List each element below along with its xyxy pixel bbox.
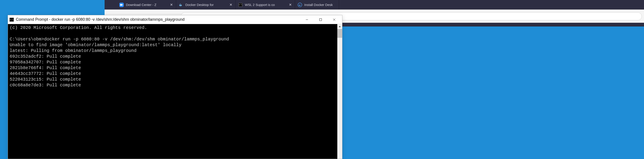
docker-icon: [179, 3, 183, 7]
close-button[interactable]: [328, 16, 341, 24]
close-icon[interactable]: ✕: [169, 3, 173, 7]
tab-label: Install Docker Desk: [304, 3, 336, 7]
cmd-icon: c:\: [238, 3, 243, 7]
browser-tab-strip: Download Center - Z ✕ Docker Desktop for…: [104, 0, 644, 10]
tab-label: Docker Desktop for: [186, 3, 226, 7]
svg-rect-0: [120, 4, 122, 6]
scrollbar[interactable]: [337, 24, 342, 159]
zoom-icon: [119, 3, 124, 7]
browser-tab-install-docker[interactable]: Install Docker Desk: [295, 0, 339, 10]
scroll-thumb[interactable]: [337, 29, 342, 38]
minimize-button[interactable]: [300, 16, 314, 24]
command-prompt-window: c:\ Command Prompt - docker run -p 6080:…: [8, 15, 342, 159]
window-controls: [300, 16, 341, 24]
terminal-output: (c) 2020 Microsoft Corporation. All righ…: [10, 25, 340, 88]
browser-tab-wsl[interactable]: c:\ WSL 2 Support is co ✕: [236, 0, 295, 10]
tab-label: WSL 2 Support is co: [245, 3, 286, 7]
browser-tab-docker-desktop[interactable]: Docker Desktop for ✕: [176, 0, 236, 10]
window-title: Command Prompt - docker run -p 6080:80 -…: [16, 17, 300, 22]
window-titlebar[interactable]: c:\ Command Prompt - docker run -p 6080:…: [8, 15, 342, 24]
cmd-prompt-icon: c:\: [9, 17, 14, 22]
close-icon[interactable]: ✕: [229, 3, 233, 7]
docker-circle-icon: [298, 3, 302, 7]
browser-tab-zoom[interactable]: Download Center - Z ✕: [117, 0, 176, 10]
maximize-button[interactable]: [314, 16, 327, 24]
svg-rect-3: [320, 19, 322, 21]
tab-label: Download Center - Z: [126, 3, 167, 7]
scroll-up-button[interactable]: [337, 24, 342, 29]
close-icon[interactable]: ✕: [288, 3, 292, 7]
terminal-body[interactable]: (c) 2020 Microsoft Corporation. All righ…: [8, 24, 342, 159]
